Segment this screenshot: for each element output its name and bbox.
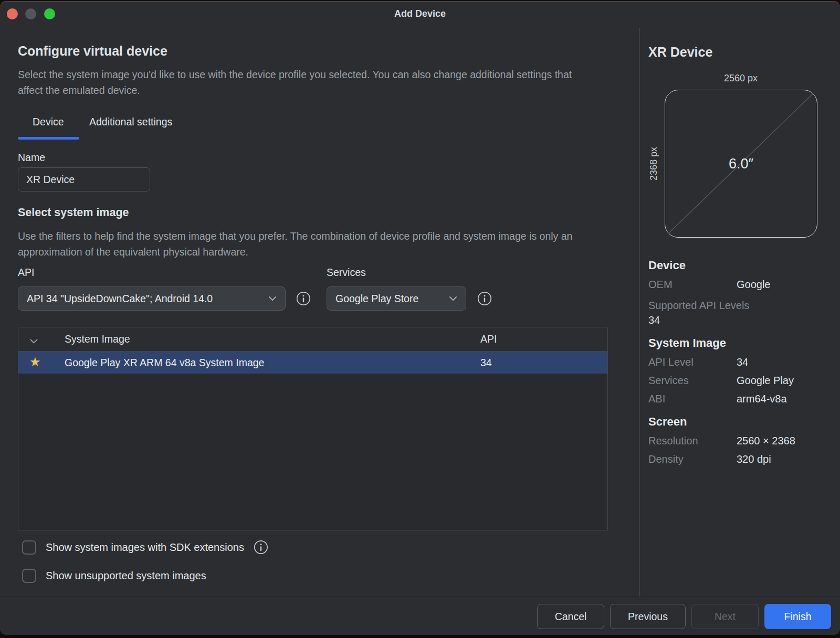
unsupported-images-checkbox[interactable] (22, 569, 36, 583)
table-row[interactable]: ★ Google Play XR ARM 64 v8a System Image… (18, 352, 607, 374)
page-description: Select the system image you'd like to us… (18, 67, 587, 98)
system-image-cell: Google Play XR ARM 64 v8a System Image (65, 357, 264, 369)
api-select[interactable]: API 34 "UpsideDownCake"; Android 14.0 (18, 286, 286, 311)
window-title: Add Device (0, 8, 840, 19)
sdk-extensions-label: Show system images with SDK extensions (46, 541, 244, 554)
supported-api-levels-label: Supported API Levels (648, 300, 749, 312)
select-system-image-heading: Select system image (18, 206, 129, 219)
system-image-section-heading: System Image (648, 336, 726, 350)
sdk-extensions-checkbox[interactable] (22, 540, 36, 555)
services-select-value: Google Play Store (335, 293, 418, 305)
abi-value: arm64-v8a (737, 393, 787, 405)
tab-device[interactable]: Device (33, 116, 64, 128)
tab-additional-settings[interactable]: Additional settings (89, 116, 172, 128)
column-header-api[interactable]: API (480, 333, 497, 345)
finish-button[interactable]: Finish (764, 604, 831, 629)
active-tab-indicator (18, 137, 79, 140)
cancel-button[interactable]: Cancel (537, 604, 604, 629)
table-header: System Image API (18, 327, 607, 352)
services-value: Google Play (737, 375, 794, 387)
services-filter-label: Services (327, 267, 366, 279)
supported-api-levels-value: 34 (648, 314, 660, 326)
system-image-table: System Image API ★ Google Play XR ARM 64… (18, 327, 608, 530)
collapse-chevron-icon[interactable] (30, 336, 38, 346)
chevron-down-icon (268, 294, 277, 303)
abi-label: ABI (648, 393, 665, 405)
screen-diagonal-label: 6.0″ (665, 90, 817, 237)
device-section-heading: Device (648, 259, 686, 272)
screen-section-heading: Screen (648, 415, 687, 429)
screen-diagram: 6.0″ (665, 90, 817, 238)
select-system-image-description: Use the filters to help find the system … (18, 228, 585, 260)
chevron-down-icon (449, 294, 457, 303)
add-device-dialog: Add Device Configure virtual device Sele… (0, 1, 840, 635)
device-panel-title: XR Device (648, 45, 712, 60)
services-info-icon[interactable] (477, 291, 492, 306)
api-select-value: API 34 "UpsideDownCake"; Android 14.0 (27, 293, 213, 305)
page-title: Configure virtual device (18, 44, 167, 59)
density-value: 320 dpi (737, 453, 771, 465)
screen-width-label: 2560 px (688, 73, 793, 84)
api-cell: 34 (480, 357, 492, 369)
title-bar: Add Device (0, 2, 840, 28)
resolution-label: Resolution (648, 435, 698, 447)
footer-buttons: Cancel Previous Next Finish (537, 604, 831, 629)
oem-value: Google (737, 279, 771, 291)
sdk-extensions-row: Show system images with SDK extensions (22, 540, 268, 555)
resolution-value: 2560 × 2368 (737, 435, 795, 447)
density-label: Density (648, 453, 684, 465)
api-level-value: 34 (737, 356, 748, 368)
name-label: Name (18, 152, 45, 164)
column-header-system-image[interactable]: System Image (65, 333, 130, 345)
next-button[interactable]: Next (691, 604, 759, 629)
api-info-icon[interactable] (296, 291, 311, 306)
star-icon[interactable]: ★ (29, 355, 41, 369)
oem-label: OEM (648, 279, 673, 291)
api-filter-label: API (18, 267, 34, 279)
unsupported-images-label: Show unsupported system images (46, 570, 206, 582)
previous-button[interactable]: Previous (610, 604, 686, 629)
unsupported-images-row: Show unsupported system images (22, 568, 206, 583)
device-name-input[interactable] (18, 167, 150, 192)
api-level-label: API Level (648, 356, 694, 368)
services-label: Services (648, 375, 689, 387)
panel-divider (639, 28, 640, 597)
screen-height-label: 2368 px (648, 111, 661, 216)
sdk-extensions-info-icon[interactable] (254, 540, 268, 555)
footer-divider (0, 597, 840, 597)
services-select[interactable]: Google Play Store (327, 286, 466, 311)
